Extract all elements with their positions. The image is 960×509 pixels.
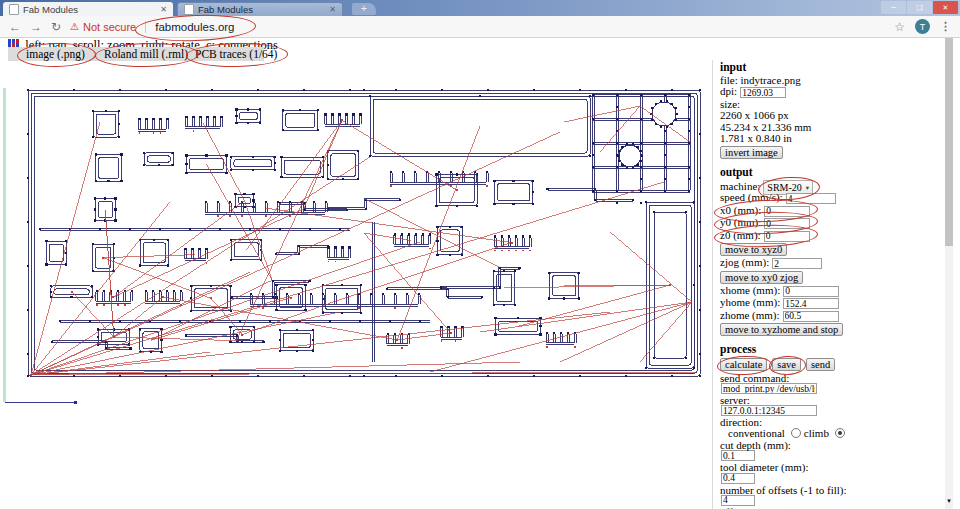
zhome-field: zhome (mm): [720, 309, 839, 321]
z0-field: z0 (mm): [720, 229, 810, 241]
tab-close-icon[interactable]: ✕ [329, 5, 336, 14]
minimize-button[interactable]: ─ [881, 1, 906, 14]
xhome-label: xhome (mm): [720, 284, 780, 296]
yhome-label: yhome (mm): [720, 296, 780, 308]
size-in: 1.781 x 0.840 in [720, 133, 944, 143]
server-input[interactable] [721, 405, 817, 416]
zjog-field: zjog (mm): [720, 256, 822, 268]
z0-input[interactable] [764, 231, 810, 242]
bookmark-star-icon[interactable]: ☆ [894, 20, 905, 34]
forward-icon[interactable]: → [30, 21, 42, 33]
yhome-input[interactable] [783, 298, 839, 309]
size-mm: 45.234 x 21.336 mm [720, 122, 944, 132]
scrollbar-thumb[interactable] [945, 38, 953, 246]
xhome-field: xhome (mm): [720, 284, 839, 296]
security-label: Not secure [83, 21, 136, 33]
browser-tab-active[interactable]: Fab Modules ✕ [3, 2, 173, 16]
xhome-input[interactable] [783, 286, 839, 297]
address-separator [145, 21, 146, 33]
save-button[interactable]: save [772, 358, 801, 371]
invert-image-button[interactable]: invert image [720, 146, 783, 159]
send-command-label: send command: [720, 373, 944, 383]
browser-tab-inactive[interactable]: Fab Modules ✕ [177, 2, 343, 16]
menu-icon[interactable]: ⋮ [940, 20, 951, 33]
calculate-button[interactable]: calculate [720, 358, 767, 371]
yhome-field: yhome (mm): [720, 296, 839, 308]
tab-close-icon[interactable]: ✕ [160, 5, 167, 14]
url-text[interactable]: fabmodules.org [155, 21, 234, 33]
move-to-xyz0-button[interactable]: move to xyz0 [720, 243, 787, 256]
move-to-xyzhome-button[interactable]: move to xyzhome and stop [720, 323, 843, 336]
page-icon [9, 4, 19, 15]
machine-label: machine: [720, 180, 760, 192]
back-icon[interactable]: ← [9, 21, 21, 33]
x0-input[interactable] [764, 206, 810, 217]
pcb-toolpath-canvas[interactable] [0, 62, 712, 509]
maximize-button[interactable]: ❏ [907, 1, 932, 14]
dpi-label: dpi: [720, 85, 737, 97]
zjog-input[interactable] [772, 258, 822, 269]
section-title-output: output [720, 167, 944, 178]
zhome-input[interactable] [783, 311, 839, 322]
send-command-input[interactable] [721, 383, 817, 394]
direction-climb-radio[interactable] [835, 428, 845, 438]
number-of-offsets-label: number of offsets (-1 to fill): [720, 485, 944, 495]
section-title-input: input [720, 62, 944, 73]
tool-diameter-label: tool diameter (mm): [720, 462, 944, 472]
x0-label: x0 (mm): [720, 204, 761, 216]
zhome-label: zhome (mm): [720, 309, 780, 321]
tool-diameter-input[interactable] [721, 473, 755, 484]
page-icon [184, 4, 194, 15]
speed-input[interactable] [786, 193, 836, 204]
browser-titlebar: Fab Modules ✕ Fab Modules ✕ + ─ ❏ ✕ [0, 0, 960, 16]
server-label: server: [720, 395, 944, 405]
cut-depth-label: cut depth (mm): [720, 440, 944, 450]
avatar[interactable]: T [915, 19, 930, 34]
direction-climb-label: climb [804, 427, 829, 439]
select-pcb-traces[interactable]: PCB traces (1/64) [195, 47, 277, 61]
tab-title: Fab Modules [23, 4, 78, 15]
direction-conventional-label: conventional [728, 427, 785, 439]
speed-field: speed (mm/s): [720, 191, 836, 203]
size-label: size: [720, 99, 944, 109]
new-tab-button[interactable]: + [352, 3, 376, 15]
address-bar: ← → ↻ ⚠ Not secure fabmodules.org ☆ T ⋮ [0, 16, 960, 38]
section-title-process: process [720, 344, 944, 355]
speed-label: speed (mm/s): [720, 191, 783, 203]
file-label: file: indytrace.png [720, 75, 944, 85]
number-of-offsets-input[interactable] [721, 495, 755, 506]
content-divider [712, 60, 713, 509]
cut-depth-input[interactable] [721, 450, 755, 461]
select-image-png[interactable]: image (.png) [26, 47, 85, 61]
y0-label: y0 (mm): [720, 216, 761, 228]
x0-field: x0 (mm): [720, 204, 810, 216]
settings-sidebar: inputfile: indytrace.pngdpi:size:2260 x … [720, 59, 944, 509]
format-select-bar: image (.png)Roland mill (.rml)PCB traces… [8, 47, 264, 61]
dpi-input[interactable] [740, 87, 786, 98]
close-button[interactable]: ✕ [933, 1, 958, 14]
tab-title: Fab Modules [198, 4, 253, 15]
select-roland-mill[interactable]: Roland mill (.rml) [104, 47, 188, 61]
z0-label: z0 (mm): [720, 229, 761, 241]
scroll-down-icon[interactable]: ▾ [943, 495, 955, 507]
y0-field: y0 (mm): [720, 216, 810, 228]
y0-input[interactable] [764, 218, 810, 229]
dpi-field: dpi: [720, 85, 786, 97]
size-px: 2260 x 1066 px [720, 110, 944, 120]
send-button[interactable]: send [806, 358, 835, 371]
zjog-label: zjog (mm): [720, 256, 769, 268]
direction-conventional-radio[interactable] [791, 428, 801, 438]
reload-icon[interactable]: ↻ [51, 21, 61, 33]
warning-icon: ⚠ [70, 21, 79, 32]
security-indicator[interactable]: ⚠ Not secure [70, 21, 136, 33]
move-to-xy0-zjog-button[interactable]: move to xy0 zjog [720, 271, 803, 284]
